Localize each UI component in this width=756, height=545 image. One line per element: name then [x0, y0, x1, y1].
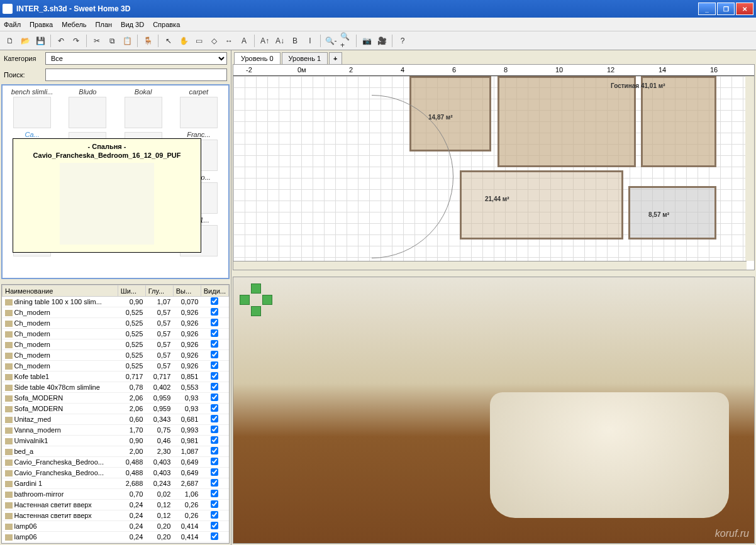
visible-checkbox[interactable] [211, 404, 218, 412]
col-width[interactable]: Ши... [118, 285, 145, 297]
paste-icon[interactable]: 📋 [121, 35, 133, 47]
close-button[interactable]: ✕ [736, 3, 753, 15]
nav-down-icon[interactable] [251, 306, 261, 316]
room-icon[interactable]: ◇ [208, 35, 220, 47]
add-furn-icon[interactable]: 🪑 [142, 35, 154, 47]
visible-checkbox[interactable] [211, 415, 218, 422]
category-select[interactable]: Все [45, 52, 227, 65]
table-row[interactable]: Vanna_modern1,700,750,993 [3, 425, 229, 436]
table-row[interactable]: lamp060,240,200,414 [3, 532, 229, 542]
table-row[interactable]: Gardini 12,6880,2432,687 [3, 478, 229, 489]
menu-file[interactable]: Файл [4, 21, 21, 28]
table-row[interactable]: Настенная светит вверх0,240,120,26 [3, 510, 229, 521]
zoom-out-icon[interactable]: 🔍- [325, 35, 337, 47]
table-row[interactable]: Cavio_Francheska_Bedroo...0,4880,4030,64… [3, 468, 229, 478]
table-row[interactable]: Ch_modern0,5250,570,926 [3, 329, 229, 339]
table-row[interactable]: Ch_modern0,5250,570,926 [3, 361, 229, 372]
menu-view3d[interactable]: Вид 3D [121, 21, 144, 28]
table-row[interactable]: Ch_modern0,5250,570,926 [3, 318, 229, 329]
tab-add[interactable]: + [329, 52, 342, 64]
table-row[interactable]: Kofe table10,7170,7170,851 [3, 372, 229, 382]
table-row[interactable]: dining table 100 x 100 slim...0,901,070,… [3, 297, 229, 307]
visible-checkbox[interactable] [211, 361, 218, 369]
table-row[interactable]: Ch_modern0,5250,570,926 [3, 339, 229, 350]
table-row[interactable]: bed_a2,002,301,087 [3, 446, 229, 457]
undo-icon[interactable]: ↶ [55, 35, 67, 47]
visible-checkbox[interactable] [211, 394, 218, 401]
table-row[interactable]: Side table 40x78cm slimline0,780,4020,55… [3, 382, 229, 393]
visible-checkbox[interactable] [211, 511, 218, 519]
visible-checkbox[interactable] [211, 308, 218, 316]
table-row[interactable]: Umivalnik10,900,460,981 [3, 436, 229, 446]
help-icon[interactable]: ? [396, 35, 409, 47]
table-row[interactable]: Sofa_MODERN2,060,9590,93 [3, 404, 229, 414]
visible-checkbox[interactable] [211, 383, 218, 390]
table-row[interactable]: lamp060,240,200,414 [3, 521, 229, 532]
visible-checkbox[interactable] [211, 490, 218, 497]
visible-checkbox[interactable] [211, 329, 218, 337]
text-icon[interactable]: A [238, 35, 250, 47]
menu-edit[interactable]: Правка [30, 21, 53, 28]
visible-checkbox[interactable] [211, 297, 218, 305]
redo-icon[interactable]: ↷ [70, 35, 82, 47]
nav-left-icon[interactable] [240, 295, 250, 305]
search-input[interactable] [45, 69, 227, 81]
zoom-in-icon[interactable]: 🔍+ [340, 35, 352, 47]
furniture-catalog[interactable]: bench slimli...BludoBokalcarpetCa...Fran… [1, 84, 230, 279]
copy-icon[interactable]: ⧉ [106, 35, 118, 47]
view-3d[interactable]: koruf.ru [233, 277, 755, 544]
cut-icon[interactable]: ✂ [91, 35, 103, 47]
italic-icon[interactable]: I [304, 35, 316, 47]
plan-vscroll[interactable] [745, 76, 754, 261]
plan-hscroll[interactable] [233, 261, 747, 270]
visible-checkbox[interactable] [211, 340, 218, 348]
catalog-item[interactable]: carpet [172, 88, 226, 129]
col-visible[interactable]: Види... [201, 285, 228, 297]
table-row[interactable]: bathroom-mirror0,700,021,06 [3, 489, 229, 500]
select-icon[interactable]: ↖ [162, 35, 175, 47]
furniture-list[interactable]: Наименование Ши... Глу... Вы... Види... … [1, 284, 230, 544]
visible-checkbox[interactable] [211, 447, 218, 454]
visible-checkbox[interactable] [211, 500, 218, 508]
col-name[interactable]: Наименование [3, 285, 118, 297]
save-icon[interactable]: 💾 [34, 35, 47, 47]
table-row[interactable]: Ch_modern0,5250,570,926 [3, 307, 229, 318]
visible-checkbox[interactable] [211, 458, 218, 465]
maximize-button[interactable]: ❐ [717, 3, 735, 15]
visible-checkbox[interactable] [211, 522, 218, 529]
visible-checkbox[interactable] [211, 372, 218, 380]
visible-checkbox[interactable] [211, 479, 218, 487]
pan-icon[interactable]: ✋ [177, 35, 190, 47]
dim-icon[interactable]: ↔ [223, 35, 235, 47]
menu-furniture[interactable]: Мебель [62, 21, 86, 28]
visible-checkbox[interactable] [211, 532, 218, 540]
visible-checkbox[interactable] [211, 426, 218, 433]
nav-up-icon[interactable] [251, 284, 261, 294]
tab-level1[interactable]: Уровень 1 [282, 52, 328, 64]
catalog-item[interactable]: bench slimli... [5, 88, 59, 129]
video-icon[interactable]: 🎥 [375, 35, 388, 47]
wall-icon[interactable]: ▭ [192, 35, 205, 47]
catalog-item[interactable]: Bludo [60, 88, 114, 129]
visible-checkbox[interactable] [211, 436, 218, 444]
plan-view[interactable]: -20м246810121416 14,87 м² Гостиная 41,01… [233, 64, 755, 270]
open-icon[interactable]: 📂 [19, 35, 31, 47]
visible-checkbox[interactable] [211, 468, 218, 476]
table-row[interactable]: Unitaz_med0,600,3430,681 [3, 414, 229, 425]
tab-level0[interactable]: Уровень 0 [234, 52, 281, 64]
right-splitter[interactable] [231, 270, 756, 274]
col-height[interactable]: Вы... [173, 285, 201, 297]
menu-plan[interactable]: План [96, 21, 113, 28]
catalog-item[interactable]: Bokal [116, 88, 170, 129]
visible-checkbox[interactable] [211, 351, 218, 358]
bold-icon[interactable]: B [289, 35, 301, 47]
menu-help[interactable]: Справка [153, 21, 180, 28]
table-row[interactable]: Настенная светит вверх0,240,120,26 [3, 500, 229, 510]
text-size-up-icon[interactable]: A↑ [258, 35, 271, 47]
nav-right-icon[interactable] [262, 295, 272, 305]
table-row[interactable]: Cavio_Francheska_Bedroo...0,4880,4030,64… [3, 457, 229, 468]
new-icon[interactable]: 🗋 [4, 35, 16, 47]
table-row[interactable]: Ch_modern0,5250,570,926 [3, 350, 229, 361]
nav-cross[interactable] [240, 284, 272, 316]
text-size-down-icon[interactable]: A↓ [274, 35, 286, 47]
